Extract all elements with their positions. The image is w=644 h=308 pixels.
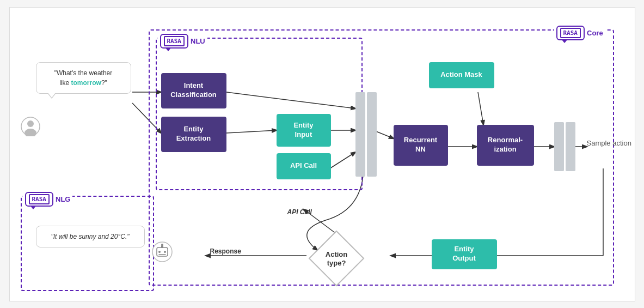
svg-point-24	[158, 251, 161, 253]
recurrent-nn-box: RecurrentNN	[394, 125, 448, 166]
renormalization-label: Renormal-ization	[488, 136, 523, 154]
svg-text:Action: Action	[325, 250, 347, 258]
rasa-core-logo: RASA Core	[554, 26, 605, 40]
intent-classification-box: IntentClassification	[161, 73, 226, 108]
input-stacked-bar	[355, 92, 377, 177]
entity-input-label: EntityInput	[293, 121, 313, 140]
svg-point-25	[164, 251, 166, 253]
sample-action-label: Sample action	[587, 138, 631, 148]
bar-seg-1	[355, 92, 365, 177]
output-stacked-bar	[554, 122, 575, 171]
action-mask-box: Action Mask	[429, 62, 494, 88]
response-text: "It will be sunny and 20°C."	[51, 233, 129, 240]
entity-extraction-box: EntityExtraction	[161, 117, 226, 152]
bar-out-seg-2	[566, 122, 575, 171]
user-query-line2: like	[59, 79, 71, 87]
rasa-nlu-region	[156, 38, 363, 190]
entity-extraction-label: EntityExtraction	[176, 125, 211, 143]
svg-marker-19	[309, 231, 364, 286]
rasa-nlg-box-label: RASA	[29, 194, 50, 204]
bar-seg-2	[367, 92, 377, 177]
api-call-italic-label: API Call	[287, 208, 312, 216]
entity-input-box: EntityInput	[277, 114, 331, 147]
entity-output-label: EntityOutput	[452, 245, 476, 263]
renormalization-box: Renormal-ization	[477, 125, 534, 166]
action-type-diamond: Action type?	[306, 228, 366, 288]
recurrent-nn-label: RecurrentNN	[404, 136, 437, 154]
user-query-line3: ?"	[101, 79, 107, 87]
svg-point-28	[161, 244, 163, 246]
user-speech-bubble: "What's the weather like tomorrow?"	[36, 62, 131, 94]
rasa-nlu-badge: RASA	[160, 34, 189, 49]
rasa-nlu-logo: RASA NLU	[158, 34, 207, 49]
rasa-core-badge: RASA	[556, 26, 585, 40]
svg-text:type?: type?	[327, 259, 346, 267]
user-query-line1: "What's the weather	[54, 69, 113, 77]
response-label: Response	[210, 247, 241, 255]
rasa-nlu-box-label: RASA	[164, 36, 185, 46]
rasa-nlg-text: NLG	[56, 195, 70, 203]
entity-output-box: EntityOutput	[432, 239, 497, 269]
rasa-nlg-badge: RASA	[25, 192, 54, 207]
svg-point-17	[27, 120, 34, 127]
api-call-label: API Call	[290, 161, 317, 171]
response-bubble: "It will be sunny and 20°C."	[36, 226, 145, 247]
diagram-container: RASA NLU RASA Core RASA NLG "What's the …	[9, 7, 635, 301]
action-mask-label: Action Mask	[440, 70, 482, 80]
bot-avatar	[151, 241, 173, 263]
rasa-nlg-logo: RASA NLG	[23, 192, 73, 207]
user-avatar	[21, 117, 40, 136]
intent-classification-label: IntentClassification	[170, 81, 217, 100]
rasa-nlu-text: NLU	[191, 37, 205, 45]
bar-out-seg-1	[554, 122, 564, 171]
user-query-highlight: tomorrow	[71, 79, 101, 87]
rasa-core-box-label: RASA	[560, 28, 581, 38]
rasa-core-text: Core	[587, 29, 603, 37]
api-call-box: API Call	[277, 153, 331, 179]
